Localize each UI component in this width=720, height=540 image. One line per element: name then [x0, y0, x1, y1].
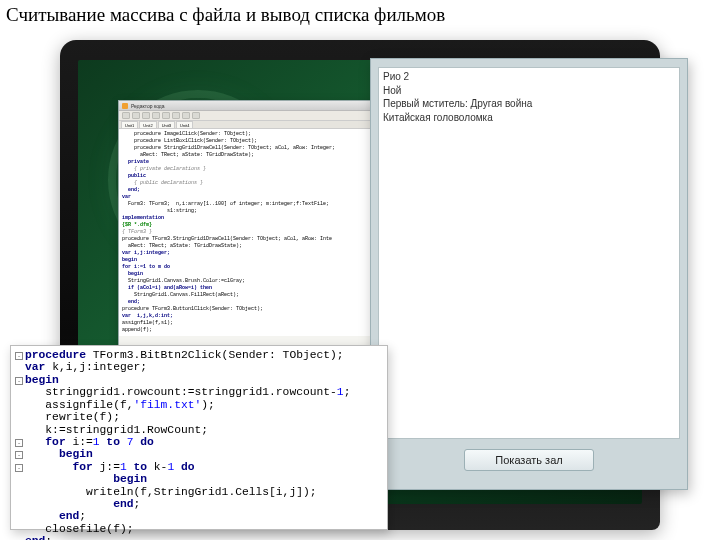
film-list-item[interactable]: Ной — [383, 84, 675, 98]
toolbar-button[interactable] — [172, 112, 180, 119]
slide-title: Считывание массива с файла и вывод списк… — [6, 4, 445, 26]
toolbar-button[interactable] — [142, 112, 150, 119]
ide-tab[interactable]: Unit2 — [139, 121, 156, 128]
code-snippet-window: - - --- procedure TForm3.BitBtn2Click(Se… — [10, 345, 388, 530]
ide-toolbar[interactable] — [119, 111, 387, 121]
show-hall-button[interactable]: Показать зал — [464, 449, 594, 471]
app-icon — [122, 103, 128, 109]
toolbar-button[interactable] — [162, 112, 170, 119]
toolbar-button[interactable] — [132, 112, 140, 119]
toolbar-button[interactable] — [192, 112, 200, 119]
ide-tabs[interactable]: Unit1 Unit2 Unit3 Unit4 — [119, 121, 387, 129]
ide-title: Редактор кода — [131, 103, 165, 109]
toolbar-button[interactable] — [152, 112, 160, 119]
toolbar-button[interactable] — [122, 112, 130, 119]
fold-gutter[interactable]: - - --- — [13, 349, 25, 526]
ide-titlebar[interactable]: Редактор кода — [119, 101, 387, 111]
film-list-item[interactable]: Рио 2 — [383, 70, 675, 84]
ide-tab[interactable]: Unit3 — [158, 121, 175, 128]
ide-tab[interactable]: Unit4 — [176, 121, 193, 128]
film-list-item[interactable]: Китайская головоломка — [383, 111, 675, 125]
toolbar-button[interactable] — [182, 112, 190, 119]
ide-tab[interactable]: Unit1 — [121, 121, 138, 128]
film-listbox[interactable]: Рио 2НойПервый мститель: Другая войнаКит… — [378, 67, 680, 439]
film-list-item[interactable]: Первый мститель: Другая война — [383, 97, 675, 111]
film-app-window: Рио 2НойПервый мститель: Другая войнаКит… — [370, 58, 688, 490]
ide-code-editor[interactable]: procedure Image1Click(Sender: TObject); … — [119, 129, 387, 336]
code-snippet-body[interactable]: procedure TForm3.BitBtn2Click(Sender: TO… — [25, 349, 382, 526]
